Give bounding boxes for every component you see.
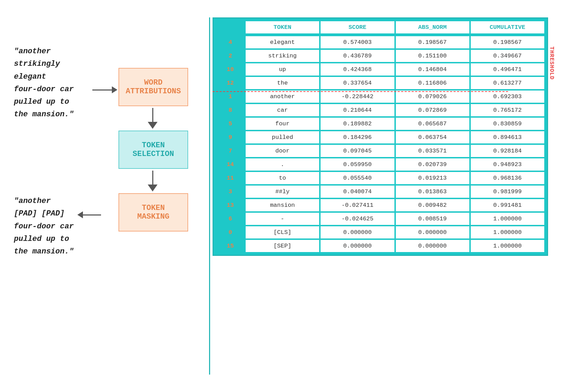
vertical-separator	[209, 17, 210, 375]
td-index: 0	[216, 226, 244, 238]
td-index: 4	[216, 36, 244, 48]
table-row: 4elegant0.5740030.1985670.198567	[216, 36, 544, 48]
td-score: 0.210644	[321, 104, 394, 116]
td-abs-norm: 0.000000	[396, 240, 469, 252]
td-abs-norm: 0.009482	[396, 199, 469, 211]
box1-line2: ATTRIBUTIONS	[126, 87, 181, 96]
td-cumulative: 0.692303	[471, 91, 544, 103]
td-token: [CLS]	[246, 226, 319, 238]
data-table: TOKEN SCORE ABS_NORM CUMULATIVE 4elegant…	[213, 17, 548, 256]
td-abs-norm: 0.198567	[396, 36, 469, 48]
td-abs-norm: 0.065687	[396, 118, 469, 130]
threshold-label: THRESHOLD	[548, 47, 555, 80]
td-score: 0.097045	[321, 145, 394, 157]
table-row: 1another-0.2284420.0790260.692303	[216, 91, 544, 103]
td-token: -	[246, 213, 319, 225]
td-score: 0.000000	[321, 240, 394, 252]
th-token: TOKEN	[246, 21, 319, 33]
td-cumulative: 0.349667	[471, 50, 544, 62]
td-cumulative: 0.496471	[471, 63, 544, 76]
table-row: 14.0.0599500.0207390.948923	[216, 158, 544, 171]
td-index: 12	[216, 77, 244, 89]
td-index: 10	[216, 63, 244, 76]
td-token: striking	[246, 50, 319, 62]
th-score: SCORE	[321, 21, 394, 33]
arrow-right-to-box1	[92, 86, 117, 93]
table-row: 6--0.0246250.0085191.000000	[216, 213, 544, 225]
th-abs-norm: ABS_NORM	[396, 21, 469, 33]
td-index: 11	[216, 172, 244, 184]
td-cumulative: 1.000000	[471, 240, 544, 252]
td-token: pulled	[246, 131, 319, 143]
td-token: four	[246, 118, 319, 130]
td-index: 5	[216, 118, 244, 130]
td-index: 8	[216, 104, 244, 116]
td-abs-norm: 0.020739	[396, 158, 469, 171]
td-cumulative: 0.948923	[471, 158, 544, 171]
table-row: 11to0.0555400.0192130.968136	[216, 172, 544, 184]
td-index: 15	[216, 240, 244, 252]
box3-line2: MASKING	[137, 212, 169, 221]
table-row: 10up0.4243680.1468040.496471	[216, 63, 544, 76]
box1-line1: WORD	[144, 78, 163, 87]
table-row: 0[CLS]0.0000000.0000001.000000	[216, 226, 544, 238]
td-score: 0.000000	[321, 226, 394, 238]
token-masking-box: TOKEN MASKING	[118, 193, 188, 232]
table-row: 5four0.1898820.0656870.830859	[216, 118, 544, 130]
td-cumulative: 0.198567	[471, 36, 544, 48]
td-token: ##ly	[246, 186, 319, 198]
token-selection-box: TOKEN SELECTION	[118, 131, 188, 169]
table-header-row: TOKEN SCORE ABS_NORM CUMULATIVE	[214, 18, 547, 36]
td-score: 0.337654	[321, 77, 394, 89]
table-body: 4elegant0.5740030.1985670.1985672strikin…	[214, 36, 547, 255]
td-abs-norm: 0.013863	[396, 186, 469, 198]
td-score: 0.055540	[321, 172, 394, 184]
td-cumulative: 0.991481	[471, 199, 544, 211]
td-score: 0.184296	[321, 131, 394, 143]
td-cumulative: 0.765172	[471, 104, 544, 116]
td-abs-norm: 0.000000	[396, 226, 469, 238]
td-index: 6	[216, 213, 244, 225]
td-token: .	[246, 158, 319, 171]
td-abs-norm: 0.116806	[396, 77, 469, 89]
box2-line1: TOKEN	[142, 141, 165, 150]
td-cumulative: 0.968136	[471, 172, 544, 184]
table-row: 12the0.3376540.1168060.613277	[216, 77, 544, 89]
td-abs-norm: 0.072869	[396, 104, 469, 116]
td-score: 0.436789	[321, 50, 394, 62]
output-text: "another [PAD] [PAD] four-door car pulle…	[14, 195, 74, 258]
table-row: 15[SEP]0.0000000.0000001.000000	[216, 240, 544, 252]
td-cumulative: 0.894613	[471, 131, 544, 143]
td-cumulative: 1.000000	[471, 213, 544, 225]
arrow-left-to-output	[77, 211, 101, 218]
td-score: 0.040074	[321, 186, 394, 198]
td-token: up	[246, 63, 319, 76]
td-token: [SEP]	[246, 240, 319, 252]
td-token: the	[246, 77, 319, 89]
table-row: 8car0.2106440.0728690.765172	[216, 104, 544, 116]
td-abs-norm: 0.079026	[396, 91, 469, 103]
td-index: 3	[216, 186, 244, 198]
td-abs-norm: 0.019213	[396, 172, 469, 184]
td-score: -0.228442	[321, 91, 394, 103]
table-row: 3##ly0.0400740.0138630.981999	[216, 186, 544, 198]
td-score: 0.424368	[321, 63, 394, 76]
td-cumulative: 0.928184	[471, 145, 544, 157]
td-score: -0.027411	[321, 199, 394, 211]
table-row: 9pulled0.1842960.0637540.894613	[216, 131, 544, 143]
th-cumulative: CUMULATIVE	[471, 21, 544, 33]
td-token: another	[246, 91, 319, 103]
box2-line2: SELECTION	[133, 150, 174, 158]
th-empty	[216, 21, 244, 33]
td-token: elegant	[246, 36, 319, 48]
td-score: -0.024625	[321, 213, 394, 225]
td-token: mansion	[246, 199, 319, 211]
td-token: to	[246, 172, 319, 184]
td-abs-norm: 0.146804	[396, 63, 469, 76]
td-index: 1	[216, 91, 244, 103]
td-cumulative: 0.830859	[471, 118, 544, 130]
table-row: 13mansion-0.0274110.0094820.991481	[216, 199, 544, 211]
table-row: 7door0.0970450.0335710.928184	[216, 145, 544, 157]
td-token: car	[246, 104, 319, 116]
arrow-down-1	[148, 108, 157, 129]
